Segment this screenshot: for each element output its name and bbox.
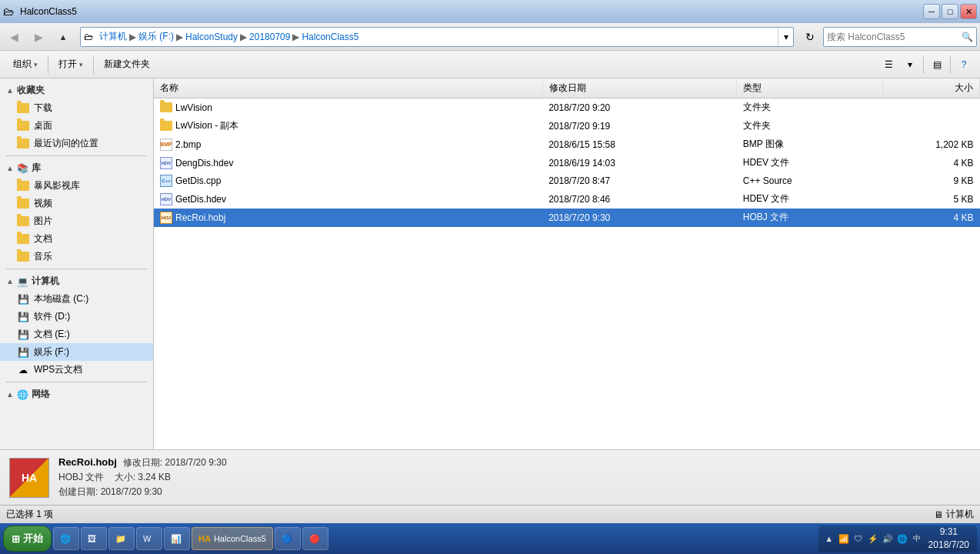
file-modified: 2018/7/20 9:30 <box>542 209 737 227</box>
network-header[interactable]: ▲ 🌐 网络 <box>0 385 153 403</box>
table-row[interactable]: C++ GetDis.cpp 2018/7/20 8:47 C++ Source… <box>154 172 980 190</box>
tray-security-icon[interactable]: 🛡 <box>852 532 865 545</box>
tray-ime-icon[interactable]: 中 <box>911 532 923 545</box>
forward-button[interactable]: ▶ <box>28 27 49 47</box>
file-table: 名称 修改日期 类型 大小 LwVision <box>154 78 980 227</box>
toolbar-separator-2 <box>93 55 94 74</box>
col-name[interactable]: 名称 <box>154 78 542 98</box>
taskbar-ie-button[interactable]: 🌐 <box>53 527 79 550</box>
network-label: 网络 <box>32 388 50 401</box>
new-folder-button[interactable]: 新建文件夹 <box>97 54 157 75</box>
network-toggle-icon: ▲ <box>6 390 14 399</box>
sidebar-item-pictures[interactable]: 图片 <box>0 212 153 230</box>
view-arrow-button[interactable]: ▾ <box>900 55 920 75</box>
breadcrumb-date[interactable]: 20180709 <box>249 32 290 42</box>
windows-logo-icon: ⊞ <box>12 533 20 545</box>
file-name-cell: C++ GetDis.cpp <box>154 172 542 190</box>
breadcrumb-current[interactable]: HalconClass5 <box>302 32 358 42</box>
table-row[interactable]: HDV GetDis.hdev 2018/7/20 8:46 HDEV 文件 5… <box>154 190 980 209</box>
tray-icon-2[interactable]: 📶 <box>838 532 850 545</box>
table-row[interactable]: LwVision 2018/7/20 9:20 文件夹 <box>154 98 980 117</box>
file-name: GetDis.cpp <box>175 175 221 186</box>
file-pane[interactable]: 名称 修改日期 类型 大小 LwVision <box>154 78 980 449</box>
new-folder-label: 新建文件夹 <box>104 58 150 71</box>
library-header[interactable]: ▲ 📚 库 <box>0 159 153 177</box>
sidebar-item-c-drive[interactable]: 💾 本地磁盘 (C:) <box>0 290 153 308</box>
word-icon: W <box>143 534 151 543</box>
e-drive-label: 文档 (E:) <box>34 328 70 341</box>
breadcrumb-sep-4: ▶ <box>292 32 299 42</box>
system-clock[interactable]: 9:31 2018/7/20 <box>925 526 972 552</box>
breadcrumb-drive[interactable]: 娱乐 (F:) <box>138 30 174 43</box>
col-type[interactable]: 类型 <box>737 78 882 98</box>
search-button[interactable]: 🔍 <box>958 32 976 42</box>
organize-button[interactable]: 组织 ▾ <box>6 54 45 75</box>
sidebar-item-f-drive[interactable]: 💾 娱乐 (F:) <box>0 343 153 361</box>
file-size <box>882 117 979 135</box>
sidebar-item-video[interactable]: 视频 <box>0 195 153 212</box>
back-button[interactable]: ◀ <box>3 27 25 47</box>
sidebar-item-documents[interactable]: 文档 <box>0 230 153 248</box>
taskbar-halcon-button[interactable]: HA HalconClass5 <box>192 527 273 550</box>
info-created-row: 创建日期: 2018/7/20 9:30 <box>58 486 971 499</box>
refresh-button[interactable]: ↻ <box>800 27 820 47</box>
file-modified: 2018/7/20 9:19 <box>542 117 737 135</box>
table-row[interactable]: BMP 2.bmp 2018/6/15 15:58 BMP 图像 1,202 K… <box>154 135 980 154</box>
minimize-button[interactable]: ─ <box>923 4 940 19</box>
file-name: 2.bmp <box>175 139 201 150</box>
up-button[interactable]: ▲ <box>52 27 74 47</box>
taskbar-thumb-button[interactable]: 🖼 <box>81 527 107 550</box>
music-label: 音乐 <box>34 250 52 263</box>
taskbar-word-button[interactable]: W <box>136 527 162 550</box>
f-drive-label: 娱乐 (F:) <box>34 345 69 359</box>
tray-network-icon[interactable]: 🌐 <box>896 532 908 545</box>
search-input[interactable] <box>824 32 958 42</box>
taskbar: ⊞ 开始 🌐 🖼 📁 W 📊 HA HalconClass5 🔵 🔴 <box>0 523 980 554</box>
file-size <box>882 98 979 117</box>
maximize-button[interactable]: □ <box>942 4 958 19</box>
sidebar-item-d-drive[interactable]: 💾 软件 (D:) <box>0 308 153 325</box>
start-button[interactable]: ⊞ 开始 <box>3 526 52 552</box>
file-bmp-icon: BMP <box>160 138 172 151</box>
file-type: C++ Source <box>737 172 882 190</box>
breadcrumb-sep-2: ▶ <box>176 32 183 42</box>
breadcrumb-computer[interactable]: 计算机 <box>99 30 127 43</box>
f-drive-icon: 💾 <box>17 346 29 359</box>
help-button[interactable]: ? <box>954 55 974 75</box>
sidebar-item-downloads[interactable]: 下载 <box>0 99 153 117</box>
computer-pc-icon: 💻 <box>17 276 28 287</box>
sidebar-item-bfys[interactable]: 暴风影视库 <box>0 177 153 195</box>
app2-icon: 🔴 <box>309 534 320 544</box>
tray-volume-icon[interactable]: 🔊 <box>882 532 894 545</box>
address-dropdown-button[interactable]: ▾ <box>778 28 793 46</box>
col-modified[interactable]: 修改日期 <box>542 78 737 98</box>
taskbar-app1-button[interactable]: 🔵 <box>275 527 301 550</box>
tray-bluetooth-icon[interactable]: ⚡ <box>867 532 879 545</box>
taskbar-explorer-button[interactable]: 📁 <box>108 527 135 550</box>
view-details-button[interactable]: ☰ <box>878 55 898 75</box>
sidebar-item-e-drive[interactable]: 💾 文档 (E:) <box>0 325 153 343</box>
col-size[interactable]: 大小 <box>882 78 979 98</box>
favorites-header[interactable]: ▲ 收藏夹 <box>0 82 153 99</box>
sidebar-item-desktop[interactable]: 桌面 <box>0 117 153 135</box>
open-button[interactable]: 打开 ▾ <box>52 54 90 75</box>
tray-icon-1[interactable]: ▲ <box>823 532 835 545</box>
info-bar: HA RecRoi.hobj 修改日期: 2018/7/20 9:30 HOBJ… <box>0 449 980 505</box>
preview-pane-button[interactable]: ▤ <box>927 55 947 75</box>
table-row[interactable]: HDV DengDis.hdev 2018/6/19 14:03 HDEV 文件… <box>154 154 980 172</box>
sidebar-item-music[interactable]: 音乐 <box>0 248 153 265</box>
breadcrumb-halconstudy[interactable]: HalconStudy <box>185 32 238 42</box>
taskbar-table-button[interactable]: 📊 <box>164 527 190 550</box>
computer-header[interactable]: ▲ 💻 计算机 <box>0 272 153 290</box>
taskbar-app2-button[interactable]: 🔴 <box>302 527 328 550</box>
library-toggle-icon: ▲ <box>6 164 14 172</box>
close-button[interactable]: ✕ <box>960 4 977 19</box>
window-icon: 🗁 <box>3 5 14 18</box>
address-bar[interactable]: 🗁 计算机 ▶ 娱乐 (F:) ▶ HalconStudy ▶ 20180709… <box>80 27 794 47</box>
sidebar-item-recent[interactable]: 最近访问的位置 <box>0 135 153 152</box>
app1-icon: 🔵 <box>282 534 292 544</box>
table-row[interactable]: HOJ RecRoi.hobj 2018/7/20 9:30 HOBJ 文件 4… <box>154 209 980 227</box>
d-drive-icon: 💾 <box>17 311 29 323</box>
table-row[interactable]: LwVision - 副本 2018/7/20 9:19 文件夹 <box>154 117 980 135</box>
sidebar-item-wps[interactable]: ☁ WPS云文档 <box>0 361 153 379</box>
